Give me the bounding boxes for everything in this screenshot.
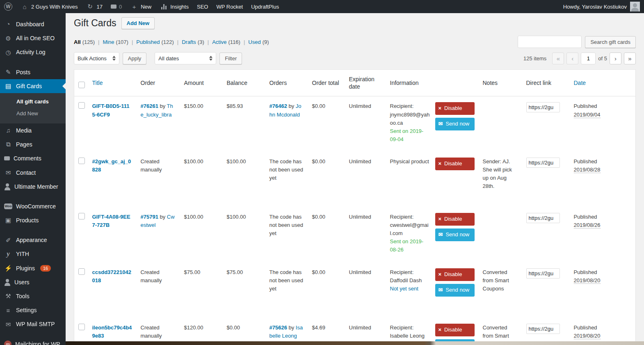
sidebar-item-settings[interactable]: ≡Settings [0,303,66,317]
direct-link-input[interactable] [526,102,560,112]
adminbar-item-new[interactable]: +New [126,0,155,13]
giftcard-title-link[interactable]: ileon5bc79c4b49e83 [92,324,132,339]
dates-filter-select[interactable]: All dates [155,52,216,64]
order-cell: #76261 by The_lucky_libra [137,96,180,152]
giftcard-title-link[interactable]: GIFT-B0D5-1115-6CF9 [92,103,130,117]
sidebar-item-contact[interactable]: ✉Contact [0,166,66,180]
row-checkbox[interactable] [78,158,85,164]
adminbar-item-insights[interactable]: Insights [155,0,193,13]
apply-button[interactable]: Apply [123,53,147,64]
row-checkbox[interactable] [78,324,85,330]
adminbar-item-updraftplus[interactable]: UpdraftPlus [247,0,283,13]
sidebar-item-label: Users [14,279,30,286]
sidebar-item-tools[interactable]: ⚒Tools [0,289,66,303]
sidebar-item-woocommerce[interactable]: WooWooCommerce [0,199,66,213]
sidebar-item-label: Pages [16,141,32,148]
view-filter-link[interactable]: All [74,39,81,45]
direct-link-input[interactable] [526,158,560,168]
current-menu-arrow [59,83,66,89]
row-checkbox[interactable] [78,268,85,275]
adminbar-item-comments[interactable]: 0 [107,0,126,13]
adminbar-item-wp-logo[interactable]: W [0,0,16,13]
adminbar-item-site-name[interactable]: ⌂2 Guys With Knives [16,0,82,13]
sidebar-item-label: Tools [16,292,30,300]
information-cell: Physical product×Disable [386,152,479,207]
last-page-button[interactable]: » [624,53,636,64]
send-now-button[interactable]: ✉Send now [435,284,475,297]
sidebar-item-activity-log[interactable]: ◷Activity Log [0,45,66,59]
direct-link-input[interactable] [526,268,560,279]
orders-number-link[interactable]: #75626 [269,324,287,331]
gear-icon: ⚙ [4,34,12,42]
howdy-account-menu[interactable]: Howdy, Yaroslav Kostiukov [563,4,627,10]
sidebar-item-wp-mail-smtp[interactable]: ✉WP Mail SMTP [0,317,66,331]
sidebar-item-yith[interactable]: yYITH [0,247,66,261]
next-page-button[interactable]: › [610,53,621,64]
adminbar-item-seo[interactable]: SEO [193,0,212,13]
sort-link[interactable]: Date [574,80,586,86]
sidebar-item-appearance[interactable]: ✐Appearance [0,233,66,247]
plain-text: The code has not been used yet [269,214,303,236]
direct-link-input[interactable] [526,324,560,334]
search-input[interactable] [518,36,582,48]
sidebar-item-comments[interactable]: Comments [0,151,66,165]
send-now-button[interactable]: ✉Send now [435,228,475,241]
giftcard-title-link[interactable]: GIFT-4A08-9EE7-727B [92,214,130,228]
view-filter-link[interactable]: Used [248,39,260,45]
orders-number-link[interactable]: #76462 [269,103,287,109]
publish-date: 2019/09/04 [574,112,601,118]
row-checkbox[interactable] [78,102,85,109]
disable-button[interactable]: ×Disable [435,324,475,336]
sidebar-item-pages[interactable]: ⧉Pages [0,137,66,151]
sidebar-item-posts[interactable]: ✎Posts [0,65,66,79]
select-all-checkbox[interactable] [78,82,85,88]
bulk-actions-select[interactable]: Bulk Actions [74,52,119,64]
column-header-orders: Orders [265,70,308,96]
view-filter-link[interactable]: Active [212,39,226,45]
order-number-link[interactable]: #75791 [141,214,158,220]
direct-link-input[interactable] [526,213,560,223]
disable-button[interactable]: ×Disable [435,102,475,115]
avatar[interactable] [630,2,640,11]
sidebar-item-media[interactable]: ♫Media [0,123,66,137]
sidebar-item-users[interactable]: Users [0,275,66,289]
giftcard-title-link[interactable]: ccsdd37221042018 [92,269,131,283]
sidebar-item-ultimate-member[interactable]: Ultimate Member [0,180,66,194]
sidebar-item-gift-cards[interactable]: ▤Gift Cards [0,79,66,93]
adminbar-item-updates[interactable]: ↻17 [82,0,106,13]
view-filter-link[interactable]: Published [136,39,160,45]
add-new-button[interactable]: Add New [121,17,155,29]
filter-button[interactable]: Filter [219,53,242,64]
x-icon: × [438,271,442,279]
giftcard-title-link[interactable]: #2gwk_gc_aj_0828 [92,158,131,173]
disable-button[interactable]: ×Disable [435,213,475,226]
order-number-link[interactable]: #76261 [141,103,158,109]
menu-separator [0,227,66,233]
adminbar-item-wp-rocket[interactable]: WP Rocket [212,0,247,13]
sidebar-item-label: Media [16,127,32,134]
sidebar-item-all-in-one-seo[interactable]: ⚙All in One SEO [0,31,66,45]
plugin-icon: ⚡ [4,265,12,272]
view-filter-link[interactable]: Drafts [182,39,196,45]
select-arrows-icon [209,56,212,61]
disable-button[interactable]: ×Disable [435,268,475,281]
publish-date: 2019/08/28 [574,167,601,173]
submenu-item-all-gift-cards[interactable]: All gift cards [0,96,66,107]
first-page-button[interactable]: « [552,53,564,64]
sidebar-item-label: Mailchimp for WP [15,340,60,345]
row-checkbox-cell [74,152,88,207]
disable-button[interactable]: ×Disable [435,158,475,170]
send-now-button[interactable]: ✉Send now [435,118,475,130]
sidebar-item-mailchimp-for-wp[interactable]: mMailchimp for WP [0,337,66,345]
sort-link[interactable]: Title [92,80,103,86]
row-checkbox[interactable] [78,213,85,219]
sidebar-item-products[interactable]: ▣Products [0,213,66,227]
view-filter-link[interactable]: Mine [103,39,114,45]
current-page-input[interactable] [581,53,596,64]
prev-page-button[interactable]: ‹ [566,53,578,64]
sidebar-item-dashboard[interactable]: ◔Dashboard [0,17,66,31]
info-send-status[interactable]: Not yet sent [390,285,431,293]
sidebar-item-plugins[interactable]: ⚡Plugins16 [0,261,66,275]
search-button[interactable]: Search gift cards [585,36,636,48]
submenu-item-add-new[interactable]: Add New [0,107,66,119]
